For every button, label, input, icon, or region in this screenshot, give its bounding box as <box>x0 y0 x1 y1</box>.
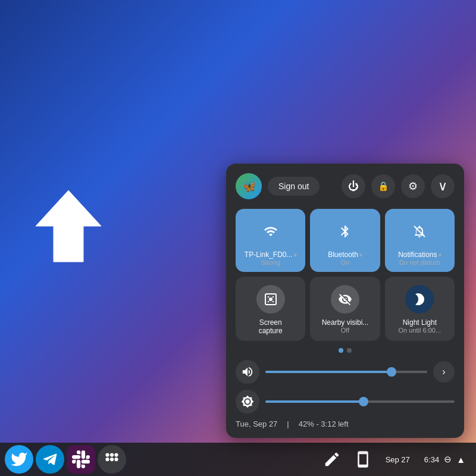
settings-button[interactable]: ⚙ <box>401 174 425 198</box>
volume-slider-row: › <box>236 360 455 384</box>
taskbar-date[interactable]: Sep 27 <box>380 453 416 466</box>
svg-point-9 <box>114 458 118 461</box>
dot-1[interactable] <box>339 348 343 353</box>
volume-icon <box>241 365 254 378</box>
brightness-icon <box>241 395 254 408</box>
collapse-button[interactable]: ∨ <box>431 174 455 198</box>
brightness-track[interactable] <box>265 400 455 403</box>
svg-point-2 <box>269 298 273 301</box>
panel-footer: Tue, Sep 27 | 42% - 3:12 left <box>236 419 455 428</box>
avatar[interactable]: 🦋 <box>236 173 262 199</box>
screen-capture-label: Screen capture <box>259 318 283 335</box>
taskbar-date-text: Sep 27 <box>386 455 410 464</box>
nearby-visibility-toggle[interactable]: Nearby visibi... Off <box>310 277 380 341</box>
taskbar-slack[interactable] <box>67 445 95 474</box>
panel-header: 🦋 Sign out ⏻ 🔒 ⚙ ∨ <box>236 173 455 199</box>
taskbar-launcher[interactable] <box>98 445 126 474</box>
volume-track[interactable] <box>265 371 427 373</box>
footer-battery: 42% - 3:12 left <box>299 419 349 428</box>
notifications-toggle[interactable]: Notifications ▾ Do not disturb <box>385 209 455 272</box>
taskbar-dnd-icon: ⊖ <box>444 454 452 465</box>
screen-capture-icon <box>264 292 278 306</box>
night-light-icon <box>412 292 427 306</box>
bluetooth-sublabel: On <box>341 259 350 266</box>
night-light-icon-circle <box>405 285 434 314</box>
volume-button[interactable] <box>236 360 259 384</box>
telegram-icon <box>41 450 59 468</box>
taskbar: Sep 27 6:34 ⊖ ▲ <box>0 443 476 476</box>
wifi-dropdown-icon: ▾ <box>294 252 297 258</box>
volume-next-button[interactable]: › <box>433 361 455 383</box>
screen-capture-icon-circle <box>256 285 285 314</box>
taskbar-time-status[interactable]: 6:34 ⊖ ▲ <box>418 452 471 467</box>
notifications-label: Notifications <box>398 250 437 259</box>
lock-button[interactable]: 🔒 <box>371 174 395 198</box>
night-light-toggle[interactable]: Night Light On until 6:00... <box>385 277 455 341</box>
taskbar-phone-mirror[interactable] <box>349 445 377 474</box>
wifi-sublabel: Strong <box>261 259 280 266</box>
notifications-sublabel: Do not disturb <box>399 259 440 266</box>
bluetooth-dropdown-icon: ▾ <box>359 252 362 258</box>
brightness-thumb[interactable] <box>359 397 368 406</box>
nearby-visibility-sublabel: Off <box>341 327 349 334</box>
nearby-visibility-icon-circle <box>331 285 359 314</box>
night-light-label: Night Light <box>403 318 437 327</box>
bluetooth-icon-circle <box>331 217 359 246</box>
slack-icon <box>72 450 90 468</box>
pagination-dots <box>236 348 455 353</box>
twitter-icon <box>10 450 28 468</box>
volume-fill <box>265 371 392 373</box>
taskbar-twitter[interactable] <box>5 445 33 474</box>
nearby-visibility-label: Nearby visibi... <box>322 318 369 327</box>
brightness-fill <box>265 400 364 403</box>
taskbar-wifi-icon: ▲ <box>456 455 465 465</box>
taskbar-pen[interactable] <box>318 445 346 474</box>
sign-out-button[interactable]: Sign out <box>268 177 320 196</box>
bluetooth-icon <box>338 224 352 239</box>
quick-settings-panel: 🦋 Sign out ⏻ 🔒 ⚙ ∨ TP-Link_FD0... ▾ Stro… <box>226 164 464 438</box>
screen-capture-toggle[interactable]: Screen capture <box>236 277 305 341</box>
brightness-slider-row <box>236 390 455 414</box>
bluetooth-toggle[interactable]: Bluetooth ▾ On <box>310 209 380 272</box>
power-button[interactable]: ⏻ <box>342 174 365 198</box>
taskbar-time: 6:34 <box>424 455 439 464</box>
svg-point-8 <box>110 458 114 461</box>
nearby-visibility-icon <box>338 292 352 306</box>
wifi-icon <box>264 224 278 239</box>
svg-point-5 <box>110 453 114 456</box>
dot-2[interactable] <box>347 348 352 353</box>
svg-point-6 <box>114 453 118 456</box>
wifi-toggle[interactable]: TP-Link_FD0... ▾ Strong <box>236 209 305 272</box>
notifications-dropdown-icon: ▾ <box>439 252 441 258</box>
notifications-icon-circle <box>405 217 434 246</box>
toggle-grid: TP-Link_FD0... ▾ Strong Bluetooth ▾ On <box>236 209 455 341</box>
svg-point-4 <box>105 453 109 456</box>
svg-point-7 <box>105 458 109 461</box>
footer-separator: | <box>287 419 289 428</box>
taskbar-telegram[interactable] <box>36 445 64 474</box>
footer-date: Tue, Sep 27 <box>236 419 277 428</box>
notifications-icon <box>412 224 427 239</box>
phone-icon <box>354 450 372 468</box>
launcher-icon <box>103 450 121 468</box>
brightness-button[interactable] <box>236 390 259 414</box>
night-light-sublabel: On until 6:00... <box>399 327 441 334</box>
pen-icon <box>323 450 341 468</box>
wifi-icon-circle <box>256 217 285 246</box>
bluetooth-label: Bluetooth <box>328 250 358 259</box>
wifi-label: TP-Link_FD0... <box>245 250 293 259</box>
volume-thumb[interactable] <box>387 367 396 377</box>
